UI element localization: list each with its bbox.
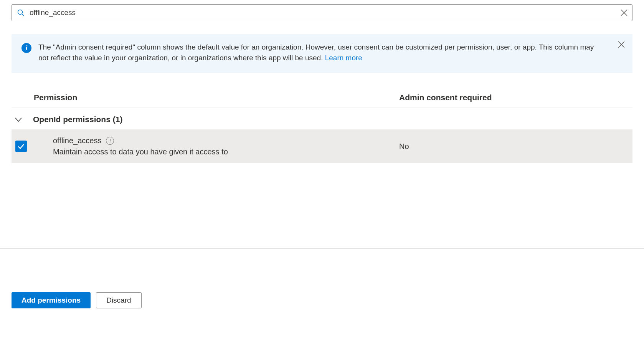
info-banner-message: The "Admin consent required" column show… bbox=[38, 43, 594, 62]
footer-buttons: Add permissions Discard bbox=[12, 292, 142, 308]
search-wrapper bbox=[12, 4, 632, 21]
permission-name-row: offline_access i bbox=[53, 136, 399, 145]
info-icon: i bbox=[21, 43, 31, 53]
svg-line-1 bbox=[22, 14, 24, 16]
info-tooltip-icon[interactable]: i bbox=[106, 137, 114, 145]
svg-point-0 bbox=[18, 10, 23, 15]
search-input[interactable] bbox=[12, 4, 632, 21]
permission-checkbox[interactable] bbox=[15, 141, 27, 152]
permission-group-toggle[interactable]: OpenId permissions (1) bbox=[12, 108, 632, 129]
permission-name: offline_access bbox=[53, 136, 101, 145]
close-banner-icon[interactable] bbox=[618, 41, 625, 48]
clear-search-icon[interactable] bbox=[621, 9, 627, 16]
column-header-permission: Permission bbox=[12, 93, 399, 102]
consent-value: No bbox=[399, 142, 409, 151]
permission-description: Maintain access to data you have given i… bbox=[53, 147, 399, 156]
discard-button[interactable]: Discard bbox=[96, 292, 141, 308]
check-icon bbox=[17, 142, 25, 151]
permissions-panel: i The "Admin consent required" column sh… bbox=[0, 0, 644, 356]
add-permissions-button[interactable]: Add permissions bbox=[12, 292, 91, 308]
search-icon bbox=[17, 9, 25, 17]
table-header-row: Permission Admin consent required bbox=[12, 91, 632, 108]
permission-row: offline_access i Maintain access to data… bbox=[12, 129, 632, 163]
divider bbox=[0, 248, 644, 249]
checkbox-cell bbox=[12, 141, 46, 152]
info-banner: i The "Admin consent required" column sh… bbox=[12, 34, 632, 73]
info-banner-text: The "Admin consent required" column show… bbox=[38, 42, 623, 63]
permission-main: offline_access i Maintain access to data… bbox=[46, 136, 399, 156]
permissions-table: Permission Admin consent required OpenId… bbox=[12, 91, 632, 163]
permission-group-label: OpenId permissions (1) bbox=[33, 115, 122, 124]
chevron-down-icon bbox=[14, 115, 23, 124]
column-header-consent: Admin consent required bbox=[399, 93, 492, 102]
learn-more-link[interactable]: Learn more bbox=[325, 54, 362, 62]
